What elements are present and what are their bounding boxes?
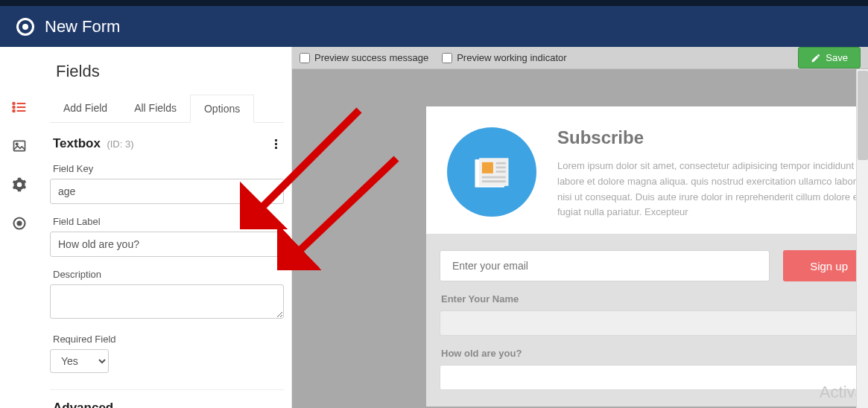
preview-toolbar: Preview success message Preview working … <box>292 47 868 69</box>
target-logo-icon <box>16 18 34 36</box>
left-icon-rail <box>0 47 39 408</box>
fields-sidebar: Fields Add Field All Fields Options Text… <box>39 47 292 408</box>
image-icon[interactable] <box>11 138 28 154</box>
description-input[interactable] <box>50 284 284 319</box>
field-label-input[interactable] <box>50 232 284 257</box>
preview-working-checkbox[interactable]: Preview working indicator <box>442 52 566 63</box>
tab-all-fields[interactable]: All Fields <box>121 95 190 122</box>
newspaper-icon <box>447 127 536 217</box>
required-select[interactable]: Yes <box>50 349 109 373</box>
preview-area: Preview success message Preview working … <box>292 47 868 408</box>
edit-icon <box>811 53 821 63</box>
save-button[interactable]: Save <box>798 47 861 68</box>
gear-icon[interactable] <box>11 176 28 193</box>
age-field-label: How old are you? <box>441 348 868 359</box>
form-preview-card: Subscribe Lorem ipsum dolor sit amet, co… <box>426 106 868 407</box>
field-key-label: Field Key <box>50 159 284 179</box>
section-header: Textbox (ID: 3) <box>50 123 284 159</box>
required-label: Required Field <box>50 329 284 349</box>
preview-scrollbar[interactable] <box>856 69 868 408</box>
age-input[interactable] <box>440 365 868 390</box>
svg-point-9 <box>18 222 22 226</box>
field-key-input[interactable] <box>50 179 284 204</box>
svg-rect-12 <box>482 162 493 173</box>
sign-up-button[interactable]: Sign up <box>783 250 868 281</box>
svg-rect-15 <box>496 170 506 173</box>
svg-point-4 <box>13 106 15 109</box>
preview-success-checkbox[interactable]: Preview success message <box>300 52 428 63</box>
svg-point-5 <box>13 110 15 112</box>
svg-rect-6 <box>14 141 25 150</box>
kebab-icon[interactable] <box>270 139 281 149</box>
tab-add-field[interactable]: Add Field <box>50 95 121 122</box>
svg-rect-14 <box>496 167 506 169</box>
name-input[interactable] <box>440 310 868 336</box>
svg-rect-17 <box>482 180 506 182</box>
list-icon[interactable] <box>11 99 28 115</box>
subscribe-body: Lorem ipsum dolor sit amet, consectetur … <box>557 159 867 220</box>
svg-rect-13 <box>496 162 506 165</box>
svg-point-3 <box>13 103 15 105</box>
sidebar-tabs: Add Field All Fields Options <box>50 95 284 123</box>
field-label-label: Field Label <box>50 211 284 232</box>
subscribe-heading: Subscribe <box>557 127 867 148</box>
sidebar-title: Fields <box>50 62 284 95</box>
name-field-label: Enter Your Name <box>441 293 868 305</box>
section-id: (ID: 3) <box>107 138 133 150</box>
section-name: Textbox <box>53 136 101 150</box>
svg-rect-16 <box>482 176 506 179</box>
description-label: Description <box>50 264 284 284</box>
email-input[interactable] <box>440 250 770 281</box>
tab-options[interactable]: Options <box>190 95 254 123</box>
page-title: New Form <box>45 17 120 36</box>
target-icon[interactable] <box>11 215 28 232</box>
top-bar: New Form <box>0 6 868 47</box>
svg-point-7 <box>16 143 18 145</box>
advanced-heading: Advanced <box>50 401 284 408</box>
